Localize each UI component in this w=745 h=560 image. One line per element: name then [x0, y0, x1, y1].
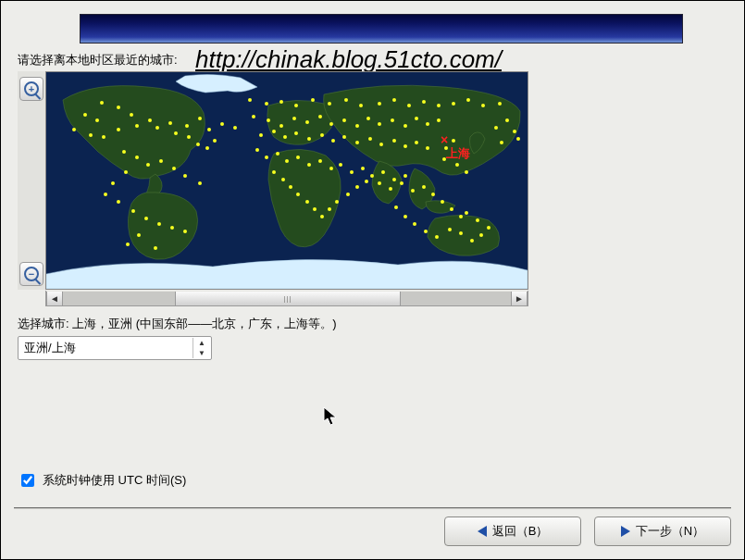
city-dot[interactable] — [513, 130, 516, 133]
scroll-track[interactable]: ||| — [63, 292, 511, 305]
city-dot[interactable] — [135, 156, 139, 159]
zoom-out-button[interactable]: − — [19, 262, 43, 286]
city-dot[interactable] — [259, 133, 263, 137]
city-dot[interactable] — [426, 146, 429, 150]
scroll-left-button[interactable]: ◄ — [46, 292, 63, 305]
city-dot[interactable] — [441, 200, 444, 204]
city-dot[interactable] — [252, 115, 255, 118]
city-dot[interactable] — [131, 209, 135, 213]
city-dot[interactable] — [117, 200, 120, 204]
city-dot[interactable] — [392, 139, 396, 143]
city-dot[interactable] — [368, 137, 372, 141]
city-dot[interactable] — [400, 181, 404, 185]
city-dot[interactable] — [437, 104, 441, 107]
city-dot[interactable] — [516, 137, 520, 141]
city-dot[interactable] — [170, 226, 174, 230]
city-dot[interactable] — [422, 100, 426, 104]
city-dot[interactable] — [124, 170, 128, 174]
utc-checkbox[interactable] — [21, 474, 34, 487]
city-dot[interactable] — [359, 104, 363, 107]
next-button[interactable]: 下一步（N） — [594, 516, 731, 546]
city-dot[interactable] — [305, 200, 309, 204]
city-dot[interactable] — [187, 135, 191, 139]
city-dot[interactable] — [311, 98, 315, 102]
city-dot[interactable] — [404, 124, 407, 128]
city-dot[interactable] — [404, 144, 407, 148]
city-dot[interactable] — [279, 100, 283, 104]
city-dot[interactable] — [207, 128, 211, 131]
city-dot[interactable] — [157, 222, 161, 226]
city-dot[interactable] — [355, 185, 359, 189]
city-dot[interactable] — [183, 174, 187, 178]
city-dot[interactable] — [392, 178, 396, 181]
city-dot[interactable] — [307, 163, 311, 167]
city-dot[interactable] — [289, 185, 292, 189]
city-dot[interactable] — [100, 101, 104, 105]
city-dot[interactable] — [95, 118, 99, 122]
city-dot[interactable] — [342, 135, 346, 139]
city-dot[interactable] — [294, 131, 298, 135]
scroll-right-button[interactable]: ► — [511, 292, 528, 305]
city-dot[interactable] — [117, 106, 120, 109]
city-dot[interactable] — [196, 143, 200, 146]
city-dot[interactable] — [320, 215, 324, 218]
city-dot[interactable] — [465, 211, 468, 215]
city-dot[interactable] — [378, 181, 381, 185]
city-dot[interactable] — [355, 124, 359, 128]
city-dot[interactable] — [292, 117, 296, 120]
city-dot[interactable] — [378, 122, 381, 126]
city-dot[interactable] — [248, 98, 252, 102]
city-dot[interactable] — [391, 118, 394, 122]
city-dot[interactable] — [146, 163, 150, 167]
city-dot[interactable] — [198, 181, 202, 185]
city-dot[interactable] — [437, 118, 441, 122]
city-dot[interactable] — [89, 133, 93, 137]
city-dot[interactable] — [331, 139, 335, 143]
city-dot[interactable] — [122, 150, 126, 154]
city-dot[interactable] — [366, 117, 370, 120]
city-dot[interactable] — [459, 231, 463, 235]
city-dot[interactable] — [135, 124, 139, 128]
city-dot[interactable] — [465, 170, 468, 174]
city-dot[interactable] — [154, 246, 157, 250]
city-dot[interactable] — [283, 135, 287, 139]
city-dot[interactable] — [307, 137, 311, 141]
city-dot[interactable] — [370, 174, 374, 178]
city-dot[interactable] — [407, 104, 411, 107]
city-dot[interactable] — [272, 130, 276, 133]
city-dot[interactable] — [172, 167, 176, 170]
city-dot[interactable] — [411, 189, 415, 193]
city-dot[interactable] — [329, 122, 333, 126]
city-dot[interactable] — [329, 167, 333, 170]
city-dot[interactable] — [205, 146, 209, 150]
city-dot[interactable] — [130, 113, 133, 117]
city-dot[interactable] — [355, 141, 359, 144]
city-dot[interactable] — [320, 133, 324, 137]
city-dot[interactable] — [500, 141, 503, 144]
city-dot[interactable] — [265, 102, 268, 106]
city-dot[interactable] — [335, 200, 339, 204]
city-dot[interactable] — [381, 170, 385, 174]
city-dot[interactable] — [126, 243, 130, 246]
city-dot[interactable] — [452, 102, 455, 106]
city-dot[interactable] — [481, 104, 485, 107]
city-dot[interactable] — [498, 102, 502, 106]
city-dot[interactable] — [394, 205, 398, 209]
city-dot[interactable] — [213, 139, 217, 143]
back-button[interactable]: 返回（B） — [444, 516, 581, 546]
city-dot[interactable] — [404, 215, 407, 218]
city-dot[interactable] — [185, 124, 189, 128]
city-dot[interactable] — [450, 207, 453, 211]
city-dot[interactable] — [272, 170, 276, 174]
city-dot[interactable] — [452, 139, 455, 143]
city-dot[interactable] — [404, 174, 407, 178]
city-dot[interactable] — [328, 207, 331, 211]
city-dot[interactable] — [148, 118, 152, 122]
city-dot[interactable] — [378, 102, 381, 106]
city-dot[interactable] — [344, 98, 348, 102]
city-dot[interactable] — [318, 159, 322, 163]
city-dot[interactable] — [144, 217, 148, 220]
city-dot[interactable] — [117, 128, 120, 131]
scroll-thumb[interactable]: ||| — [175, 292, 401, 305]
city-dot[interactable] — [448, 228, 452, 231]
